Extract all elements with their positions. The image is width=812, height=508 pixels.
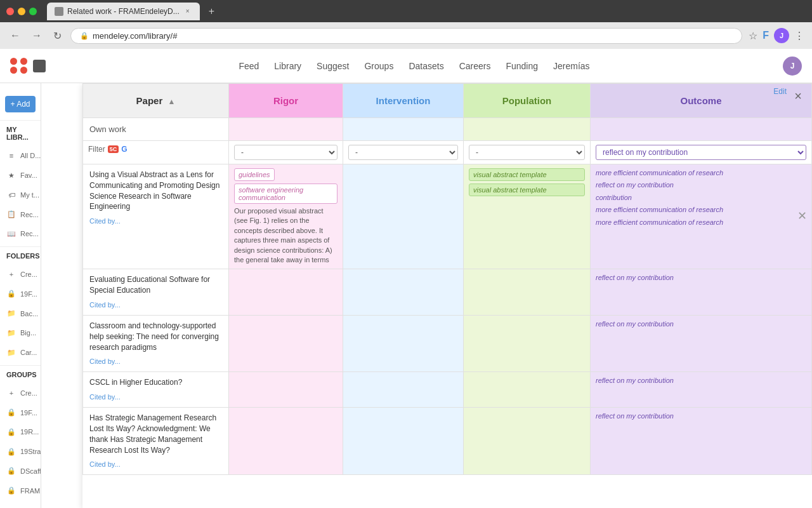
row1-outcome-2: contribution (596, 193, 806, 203)
edit-link[interactable]: Edit (773, 87, 787, 96)
nav-user[interactable]: Jeremías (553, 61, 590, 71)
paper-sort-icon[interactable]: ▲ (167, 97, 175, 106)
add-button[interactable]: + Add (5, 96, 36, 112)
nav-groups[interactable]: Groups (364, 61, 393, 71)
own-work-label: Own work (89, 124, 126, 134)
fram-panel: Edit × ✕ (82, 83, 812, 508)
row2-outcome-0: reflect on my contribution (596, 273, 806, 283)
sidebar-item-recently-added[interactable]: 📋 Rec... (0, 204, 41, 224)
url-text: mendeley.com/library/# (93, 31, 177, 41)
bookmark-button[interactable]: ☆ (749, 30, 757, 42)
main-nav: Feed Library Suggest Groups Datasets Car… (58, 61, 770, 71)
own-work-row: Own work (83, 118, 812, 141)
filter-population-cell: - (464, 141, 591, 164)
row3-cited-by[interactable]: Cited by... (89, 358, 121, 365)
row2-paper-cell: Evaluating Educational Software for Spec… (83, 269, 229, 316)
reload-button[interactable]: ↻ (51, 27, 64, 44)
lock-icon: 🔒 (80, 32, 89, 40)
group-lock2-icon: 🔒 (6, 427, 16, 437)
filter-label-cell: Filter 5C G (83, 141, 229, 164)
tab-bar: Related work - FRAMEndeleyD... × + (47, 3, 806, 20)
sidebar-item-strategic-writing[interactable]: 🔒 19StrategicWriting (0, 442, 41, 462)
row3-outcome-0: reflect on my contribution (596, 319, 806, 329)
intervention-column-header: Intervention (343, 84, 464, 118)
browser-menu-button[interactable]: ⋮ (794, 30, 804, 42)
own-work-population-cell (464, 118, 591, 141)
user-avatar[interactable]: J (783, 57, 802, 76)
sidebar-item-all-docs[interactable]: ≡ All D... (0, 146, 41, 166)
row2-outcome-cell: reflect on my contribution (591, 269, 812, 316)
sidebar-item-folder-bac[interactable]: 📁 Bac... (0, 304, 41, 323)
sidebar-item-create-folder[interactable]: + Cre... (0, 265, 41, 284)
row5-paper-title: Has Strategic Management Research Lost I… (89, 413, 222, 455)
table-row: CSCL in Higher Education? Cited by... re… (83, 372, 812, 408)
sidebar-item-my-tags[interactable]: 🏷 My t... (0, 185, 41, 205)
tag-icon: 🏷 (6, 190, 16, 200)
maximize-traffic-light[interactable] (29, 8, 37, 15)
new-tab-button[interactable]: + (204, 6, 219, 17)
nav-funding[interactable]: Funding (506, 61, 538, 71)
nav-suggest[interactable]: Suggest (317, 61, 349, 71)
sidebar-item-group-19r[interactable]: 🔒 19R... (0, 422, 41, 442)
table-row: Using a Visual Abstract as a Lens for Co… (83, 164, 812, 269)
panel-close-button[interactable]: × (789, 87, 807, 105)
close-traffic-light[interactable] (6, 8, 14, 15)
row1-paper-cell: Using a Visual Abstract as a Lens for Co… (83, 164, 229, 269)
row2-rigor-cell (229, 269, 343, 316)
own-work-outcome-cell (591, 118, 812, 141)
sidebar-item-create-group[interactable]: + Cre... (0, 384, 41, 403)
sidebar-item-fram-demo[interactable]: 🔒 FRAMEndeleyDEMO (0, 481, 41, 500)
sidebar-item-group-19f[interactable]: 🔒 19F... (0, 403, 41, 422)
mendeley-logo (10, 58, 28, 74)
row3-intervention-cell (343, 315, 464, 371)
row4-cited-by[interactable]: Cited by... (89, 393, 121, 401)
row2-paper-title: Evaluating Educational Software for Spec… (89, 274, 222, 296)
app: Feed Library Suggest Groups Datasets Car… (0, 49, 812, 508)
sidebar-item-favorites[interactable]: ★ Fav... (0, 166, 41, 185)
row3-paper-cell: Classroom and technology-supported help … (83, 315, 229, 371)
url-bar[interactable]: 🔒 mendeley.com/library/# (70, 28, 742, 44)
filter-population-select[interactable]: - (469, 145, 585, 160)
table-container: Paper ▲ Rigor Intervention (82, 83, 812, 475)
row5-cited-by[interactable]: Cited by... (89, 460, 121, 468)
filter-intervention-cell: - (343, 141, 464, 164)
row3-rigor-cell (229, 315, 343, 371)
row1-outcome-0: more efficient communication of research (596, 168, 806, 178)
filter-rigor-select[interactable]: - (234, 145, 337, 160)
tab-close-button[interactable]: × (183, 7, 192, 16)
filter-intervention-select[interactable]: - (348, 145, 458, 160)
back-button[interactable]: ← (8, 27, 23, 44)
groups-section: GROUPS (0, 365, 41, 384)
tab-favicon (55, 7, 63, 16)
row1-cited-by[interactable]: Cited by... (89, 217, 121, 225)
sidebar-item-scaffolding[interactable]: 🔒 DScaffoldingGroup (0, 462, 41, 481)
profile-avatar[interactable]: J (774, 28, 789, 43)
scaffolding-lock-icon: 🔒 (6, 466, 16, 476)
nav-datasets[interactable]: Datasets (409, 61, 443, 71)
table-header-row: Paper ▲ Rigor Intervention (83, 84, 812, 118)
row3-paper-title: Classroom and technology-supported help … (89, 321, 222, 352)
nav-library[interactable]: Library (274, 61, 301, 71)
forward-button[interactable]: → (29, 27, 44, 44)
row5-intervention-cell (343, 408, 464, 475)
paper-column-header: Paper ▲ (83, 84, 229, 118)
active-tab[interactable]: Related work - FRAMEndeleyD... × (47, 3, 200, 20)
sidebar-item-folder-car[interactable]: 📁 Car... (0, 343, 41, 363)
sidebar-item-folder-19f[interactable]: 🔒 19F... (0, 284, 41, 304)
address-bar: ← → ↻ 🔒 mendeley.com/library/# ☆ F J ⋮ (0, 22, 812, 49)
row1-outcome-4: more efficient communication of research (596, 218, 806, 227)
secondary-close-button[interactable]: ✕ (797, 209, 807, 223)
minimize-traffic-light[interactable] (18, 8, 25, 15)
row2-cited-by[interactable]: Cited by... (89, 301, 121, 309)
row1-rigor-tag-1: software engineering communication (234, 184, 337, 204)
nav-careers[interactable]: Careers (459, 61, 491, 71)
row4-paper-title: CSCL in Higher Education? (89, 377, 222, 388)
filter-outcome-select[interactable]: reflect on my contribution (596, 145, 806, 160)
sidebar-item-folder-big[interactable]: 📁 Big... (0, 323, 41, 343)
row4-rigor-cell (229, 372, 343, 408)
recently-added-icon: 📋 (6, 210, 16, 220)
sidebar-item-recently-read[interactable]: 📖 Rec... (0, 224, 41, 244)
browser-chrome: Related work - FRAMEndeleyD... × + (0, 0, 812, 22)
nav-feed[interactable]: Feed (239, 61, 259, 71)
row1-intervention-cell (343, 164, 464, 269)
